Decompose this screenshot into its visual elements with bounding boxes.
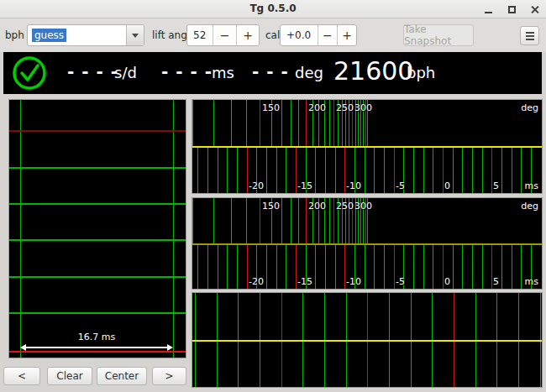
ms-tick	[482, 147, 483, 193]
ms-tick	[197, 147, 198, 193]
ms-tick	[413, 147, 414, 193]
deg-unit-label: deg	[521, 201, 538, 212]
maximize-button[interactable]	[506, 3, 517, 15]
ms-tick	[512, 244, 512, 289]
bph-input[interactable]: guess	[28, 25, 126, 45]
clear-button[interactable]: Clear	[47, 367, 92, 385]
amplitude-tick-label: 250	[336, 102, 354, 113]
beat-error-unit: ms	[212, 64, 234, 81]
amplitude-tick-label: 300	[354, 201, 372, 212]
ms-tick	[237, 147, 238, 193]
ms-tick	[315, 244, 316, 289]
grid-line	[9, 312, 186, 314]
ms-tick-label: -5	[396, 180, 405, 191]
timing-panel-2: 150200250300deg-20-15-10-505ms	[192, 197, 543, 290]
ms-tick	[501, 244, 502, 289]
ms-tick	[462, 147, 463, 193]
ms-tick-label: -20	[249, 180, 264, 191]
hamburger-menu-icon	[526, 32, 534, 40]
lift-angle-decrement-button[interactable]: −	[213, 25, 236, 45]
minimize-button[interactable]	[482, 3, 494, 15]
ms-tick	[296, 244, 297, 289]
grid-line	[9, 276, 186, 278]
ms-tick	[227, 147, 228, 193]
clock-ok-icon	[11, 55, 48, 91]
chevron-down-icon	[132, 34, 139, 38]
beat-error-value: - - - -	[161, 61, 213, 81]
ms-tick-label: 0	[444, 180, 450, 191]
amplitude-tick	[213, 100, 214, 147]
cal-value[interactable]: +0.0	[281, 25, 318, 45]
ms-tick	[501, 147, 502, 193]
ms-tick	[423, 244, 424, 289]
amplitude-tick	[298, 198, 299, 244]
ms-tick	[276, 147, 277, 193]
bph-dropdown-button[interactable]	[126, 25, 144, 45]
grid-line	[9, 239, 186, 241]
grid-line	[9, 167, 186, 169]
grid-line	[9, 130, 186, 132]
ms-tick	[315, 147, 316, 193]
app-window: Tg 0.5.0 bph guess lift angle 52 − + cal…	[0, 0, 546, 392]
ms-tick	[197, 244, 198, 289]
center-button[interactable]: Center	[97, 367, 147, 385]
amplitude-tick	[192, 198, 193, 244]
ms-tick	[491, 244, 492, 289]
bph-label: bph	[5, 29, 24, 41]
amplitude-tick	[333, 100, 334, 147]
ms-tick	[286, 147, 286, 193]
ms-tick	[344, 147, 345, 193]
ms-tick	[453, 147, 454, 193]
scroll-right-button[interactable]: >	[152, 367, 186, 385]
divider-line	[192, 340, 542, 342]
ms-tick	[335, 147, 336, 193]
arrowhead-left-icon	[20, 344, 26, 351]
amplitude-tick	[246, 198, 247, 244]
lift-angle-increment-button[interactable]: +	[236, 25, 259, 45]
lift-angle-value[interactable]: 52	[187, 25, 213, 45]
amplitude-tick	[192, 100, 193, 147]
timing-panel-1: 150200250300deg-20-15-10-505ms	[192, 99, 543, 194]
ms-tick-label: -5	[396, 276, 405, 287]
amplitude-tick-label: 200	[308, 201, 326, 212]
ms-tick	[365, 244, 365, 289]
paperstrip-panel: 16.7 ms	[8, 99, 186, 358]
ms-tick	[472, 244, 473, 289]
close-button[interactable]	[529, 3, 541, 15]
amplitude-tick	[333, 198, 334, 244]
beat-width-arrow	[24, 347, 170, 348]
ms-unit-label: ms	[525, 276, 538, 287]
ms-tick	[413, 244, 414, 289]
amplitude-tick-label: 150	[262, 201, 280, 212]
grid-line	[9, 351, 186, 353]
ms-tick	[247, 244, 248, 289]
bph-display-value: 21600	[333, 56, 413, 86]
scroll-left-button[interactable]: <	[3, 367, 40, 385]
amplitude-tick	[281, 198, 282, 244]
amplitude-tick	[231, 100, 232, 147]
menu-button[interactable]	[520, 26, 539, 45]
bph-combobox[interactable]: guess	[27, 24, 144, 46]
amplitude-tick	[291, 198, 291, 244]
ms-tick-label: -10	[346, 276, 361, 287]
ms-tick	[218, 244, 218, 289]
take-snapshot-button[interactable]: Take Snapshot	[403, 24, 474, 46]
cal-label: cal	[265, 29, 280, 41]
ms-tick	[374, 244, 375, 289]
toolbar: bph guess lift angle 52 − + cal +0.0 − +…	[0, 18, 546, 52]
maximize-icon	[508, 6, 516, 13]
ms-tick	[266, 244, 267, 289]
amplitude-tick	[231, 198, 232, 244]
amplitude-tick	[213, 198, 214, 244]
ms-tick	[423, 147, 424, 193]
ms-tick-label: -10	[346, 180, 361, 191]
cal-increment-button[interactable]: +	[337, 25, 356, 45]
lift-angle-spinbox: 52 − +	[186, 24, 260, 46]
ms-unit-label: ms	[525, 180, 538, 191]
beat-width-label: 16.7 ms	[20, 332, 173, 342]
divider-line	[192, 243, 542, 245]
ms-tick-label: 5	[493, 180, 499, 191]
amplitude-tick-label: 300	[354, 102, 372, 113]
cal-decrement-button[interactable]: −	[318, 25, 338, 45]
amplitude-tick	[260, 198, 260, 244]
